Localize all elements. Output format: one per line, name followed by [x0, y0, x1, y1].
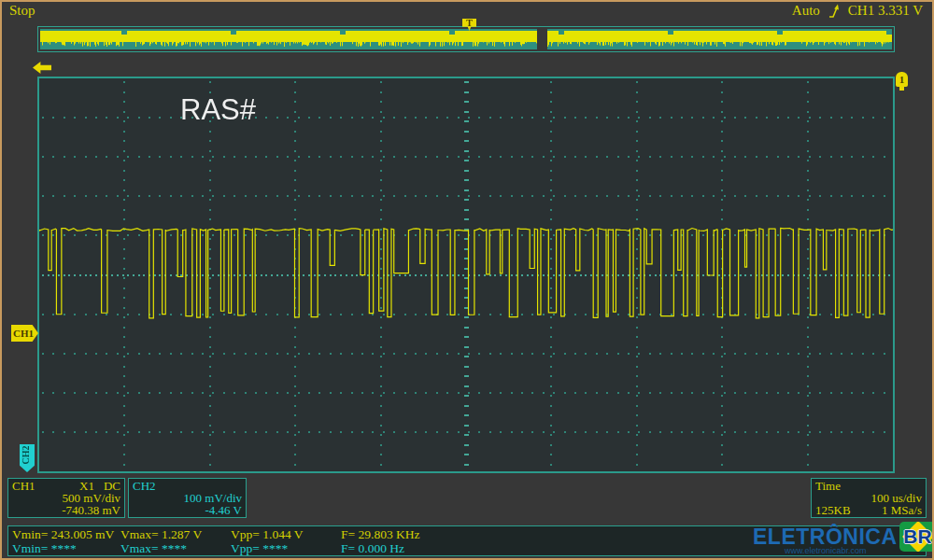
- acquisition-status: Stop: [9, 3, 35, 19]
- trigger-slope-icon: [828, 3, 841, 19]
- waveform-overview-bar: [37, 26, 895, 52]
- ch2-panel-name: CH2: [133, 480, 156, 492]
- ch1-position-marker: CH1: [11, 325, 38, 342]
- watermark-url: www.eletronicabr.com: [785, 546, 867, 555]
- sample-rate: 1 MSa/s: [882, 504, 922, 516]
- signal-annotation: RAS#: [180, 93, 256, 127]
- trigger-status-group: Auto CH1 3.331 V: [792, 3, 923, 19]
- oscilloscope-screen: Stop Auto CH1 3.331 V T RAS# 1 CH1 CH2 C…: [0, 0, 934, 560]
- watermark: ELETRÔNICA BR www.eletronicabr.com: [753, 522, 934, 552]
- trigger-mode: Auto: [792, 3, 820, 19]
- ch1-panel: CH1 X1DC 500 mV/div -740.38 mV: [7, 478, 125, 518]
- waveform-display: RAS#: [37, 77, 895, 473]
- ch1-trace: [39, 78, 893, 471]
- trigger-level-marker: 1: [896, 72, 908, 87]
- memory-depth: 125KB: [815, 504, 851, 516]
- overview-waveform: [40, 29, 892, 49]
- ch1-offset: -740.38 mV: [62, 504, 120, 516]
- ch2-offset: -4.46 V: [205, 504, 242, 516]
- ch2-panel: CH2 100 mV/div -4.46 V: [128, 478, 247, 518]
- trigger-position-offscreen-arrow-icon: [33, 62, 51, 74]
- logo-letters: BR: [903, 525, 931, 548]
- brand-logo: BR: [899, 522, 934, 552]
- trigger-source-level: CH1 3.331 V: [848, 3, 923, 19]
- ch2-position-marker: CH2: [20, 444, 35, 472]
- timebase-label: Time: [815, 480, 841, 492]
- timebase-panel: Time 100 us/div 125KB 1 MSa/s: [811, 478, 927, 518]
- ch1-panel-name: CH1: [12, 480, 35, 492]
